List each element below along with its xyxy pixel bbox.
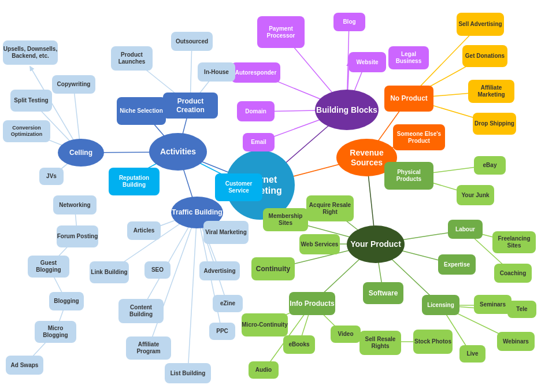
info-products-node: Info Products xyxy=(289,292,335,315)
conversion-optimization-node: Conversion Optimization xyxy=(3,120,50,142)
outsourced-node: Outsourced xyxy=(171,32,213,51)
articles-node: Articles xyxy=(127,221,161,240)
someone-elses-product-node: Someone Else's Product xyxy=(393,124,445,150)
seo-node: SEO xyxy=(144,261,170,279)
sell-advertising-node: Sell Advertising xyxy=(457,13,504,36)
ppc-node: PPC xyxy=(209,323,235,340)
copywriting-node: Copywriting xyxy=(52,75,95,94)
freelancing-sites-node: Freelancing Sites xyxy=(492,231,536,253)
in-house-node: In-House xyxy=(198,62,235,82)
list-building-node: List Building xyxy=(165,363,211,383)
niche-selection-node: Niche Selection xyxy=(117,97,166,125)
labour-node: Labour xyxy=(448,220,483,239)
link-building-node: Link Building xyxy=(90,261,129,283)
affiliate-program-node: Affiliate Program xyxy=(126,336,171,360)
membership-sites-node: Membership Sites xyxy=(263,208,308,231)
payment-processor-node: Payment Processor xyxy=(257,16,305,48)
ebooks-node: eBooks xyxy=(283,335,315,354)
blogging-node: Blogging xyxy=(49,292,84,310)
ad-swaps-node: Ad Swaps xyxy=(6,356,43,375)
continuity-node: Continuity xyxy=(251,257,295,280)
live-node: Live xyxy=(459,345,485,363)
networking-node: Networking xyxy=(53,195,97,215)
micro-blogging-node: Micro Blogging xyxy=(35,321,76,343)
acquire-resale-right-node: Acquire Resale Right xyxy=(306,195,354,221)
your-product-node: Your Product xyxy=(347,225,405,263)
web-services-node: Web Services xyxy=(299,234,340,254)
upsells-node: Upsells, Downsells, Backend, etc. xyxy=(3,40,58,65)
expertise-node: Expertise xyxy=(438,254,476,275)
sell-resale-rights-node: Sell Resale Rights xyxy=(359,331,401,355)
guest-blogging-node: Guest Blogging xyxy=(28,256,69,278)
affiliate-marketing-node: Affiliate Marketing xyxy=(468,80,514,103)
product-launches-node: Product Launches xyxy=(111,46,153,71)
legal-business-node: Legal Business xyxy=(388,46,429,69)
email-node: Email xyxy=(243,133,275,151)
seminars-node: Seminars xyxy=(474,295,511,314)
software-node: Software xyxy=(363,282,403,304)
coaching-node: Coaching xyxy=(494,264,532,283)
ezine-node: eZine xyxy=(213,295,243,312)
your-junk-node: Your Junk xyxy=(457,185,494,205)
webinars-node: Webinars xyxy=(497,332,535,351)
blog-node: Blog xyxy=(333,13,365,31)
viral-marketing-node: Viral Marketing xyxy=(203,221,249,244)
svg-line-63 xyxy=(188,212,197,373)
get-donations-node: Get Donations xyxy=(462,45,507,67)
stock-photos-node: Stock Photos xyxy=(413,330,453,354)
jvs-node: JVs xyxy=(39,168,64,185)
autoresponder-node: Autoresponder xyxy=(231,62,280,83)
physical-products-node: Physical Products xyxy=(384,162,433,190)
drop-shipping-node: Drop Shipping xyxy=(473,113,516,135)
celling-node: Celling xyxy=(58,139,104,167)
product-creation-node: Product Creation xyxy=(163,93,218,119)
split-testing-node: Split Testing xyxy=(10,90,52,112)
content-building-node: Content Building xyxy=(118,299,164,323)
ebay-node: eBay xyxy=(474,156,506,175)
activities-node: Activities xyxy=(149,133,207,171)
website-node: Website xyxy=(349,52,386,72)
customer-service-node: Customer Service xyxy=(215,173,262,201)
tele-node: Tele xyxy=(507,301,536,318)
audio-node: Audio xyxy=(249,361,279,379)
reputation-building-node: Reputation Building xyxy=(109,168,160,195)
advertising-node: Advertising xyxy=(199,261,240,280)
video-node: Video xyxy=(331,326,361,343)
domain-node: Domain xyxy=(237,101,275,121)
building-blocks-node: Building Blocks xyxy=(315,90,379,130)
licensing-node: Licensing xyxy=(422,295,459,315)
no-product-node: No Product xyxy=(384,86,433,112)
micro-continuity-node: Micro-Continuity xyxy=(242,313,288,336)
forum-posting-node: Forum Posting xyxy=(57,225,98,247)
